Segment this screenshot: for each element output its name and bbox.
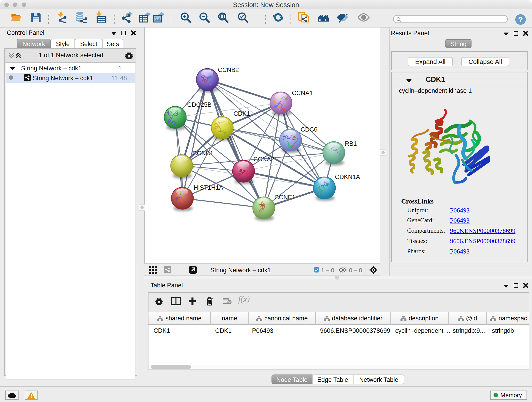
svg-text:CCNA2: CCNA2 — [253, 156, 274, 163]
svg-text:CCNB2: CCNB2 — [218, 66, 239, 73]
svg-text:RB1: RB1 — [345, 140, 357, 147]
svg-text:HIST1H1A: HIST1H1A — [194, 184, 223, 191]
svg-text:CDK1: CDK1 — [234, 110, 250, 117]
svg-text:?: ? — [518, 15, 523, 24]
svg-text:CCNE1: CCNE1 — [274, 194, 296, 201]
svg-text:CCNB1: CCNB1 — [192, 150, 214, 157]
svg-text:CDC6: CDC6 — [301, 126, 317, 133]
svg-text:CCNA1: CCNA1 — [292, 89, 313, 96]
svg-text:CDKN1A: CDKN1A — [335, 173, 360, 180]
svg-text:CDC25B: CDC25B — [187, 101, 212, 108]
